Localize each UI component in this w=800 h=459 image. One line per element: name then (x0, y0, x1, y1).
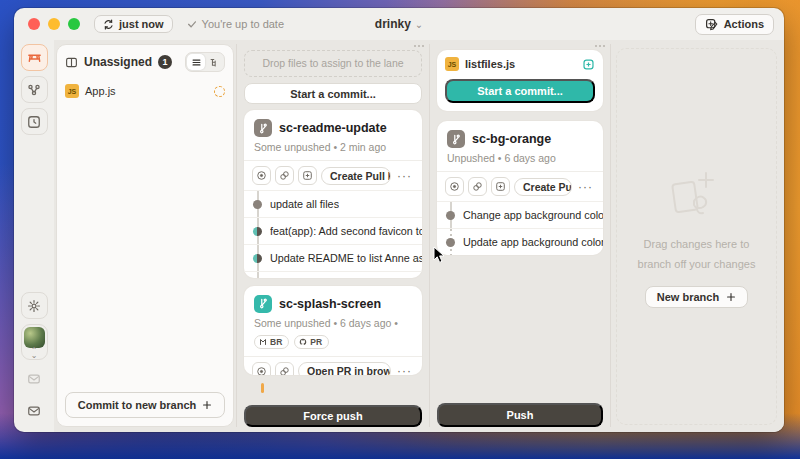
plus-square-icon (705, 18, 718, 31)
plus-icon (202, 400, 212, 410)
branch-header[interactable]: sc-bg-orange Unpushed • 6 days ago (437, 121, 603, 171)
list-view-toggle[interactable] (187, 54, 205, 70)
lane-drag-handle[interactable] (594, 44, 606, 49)
app-window: just now You're up to date drinky ⌄ Acti… (14, 8, 784, 432)
more-options-button[interactable]: ··· (395, 364, 414, 374)
branch-card-sc-splash-screen: sc-splash-screen Some unpushed • 6 days … (244, 286, 422, 375)
mail-dim-icon (27, 372, 41, 386)
profile-switcher[interactable]: ⌃⌄ (21, 324, 48, 360)
add-dependent-branch-button[interactable] (491, 177, 510, 196)
unassigned-count-badge: 1 (158, 55, 172, 69)
branch-card-sc-bg-orange: sc-bg-orange Unpushed • 6 days ago (437, 121, 603, 255)
file-row-listfiles[interactable]: JS listfiles.js (445, 57, 595, 71)
plus-icon (726, 292, 736, 302)
review-eye-button[interactable] (445, 177, 464, 196)
actions-button[interactable]: Actions (695, 14, 774, 35)
branch-toolbar: Open PR in browser ··· (244, 356, 422, 375)
check-icon (187, 19, 197, 29)
commit-dot-local (446, 211, 455, 220)
sidebar-item-history[interactable] (21, 108, 48, 135)
open-pr-button[interactable]: Open PR in browser (298, 362, 391, 374)
lane-drag-handle[interactable] (413, 44, 425, 49)
new-branch-button[interactable]: New branch (645, 286, 748, 308)
share-feedback-dim-button[interactable] (21, 365, 48, 392)
start-commit-button[interactable]: Start a commit... (244, 83, 422, 105)
review-eye-button[interactable] (252, 362, 271, 375)
commit-message: feat(app): Add second favicon to ... (270, 225, 422, 237)
unassigned-header: Unassigned 1 (65, 52, 225, 72)
new-branch-drop-area[interactable]: Drag changes here to branch off your cha… (616, 48, 777, 425)
js-file-icon: JS (65, 84, 79, 98)
remote-branch-badge[interactable]: BR (254, 335, 289, 349)
lane-icon (65, 56, 78, 69)
traffic-lights (28, 18, 80, 30)
force-push-label: Force push (303, 410, 362, 422)
lane-dropzone[interactable]: Drop files to assign to the lane (244, 50, 422, 77)
pr-badge[interactable]: PR (294, 335, 329, 349)
commit-row[interactable]: Change app background color t... (437, 201, 603, 228)
sync-label: just now (119, 18, 164, 30)
commit-to-new-branch-button[interactable]: Commit to new branch (65, 392, 225, 418)
commit-row[interactable]: update all files (244, 190, 422, 217)
branch-header[interactable]: sc-splash-screen Some unpushed • 6 days … (244, 286, 422, 356)
file-row-appjs[interactable]: JS App.js (65, 84, 225, 98)
commit-rail (244, 272, 270, 277)
more-options-button[interactable]: ··· (576, 180, 595, 194)
create-pr-button[interactable]: Create Pull Req... (514, 178, 572, 196)
history-clock-icon (27, 115, 41, 129)
add-dependent-branch-button[interactable] (298, 166, 317, 185)
feedback-button[interactable] (21, 397, 48, 424)
uptodate-label: You're up to date (202, 18, 284, 30)
start-commit-label: Start a commit... (477, 85, 563, 97)
start-commit-button-teal[interactable]: Start a commit... (445, 79, 595, 103)
sync-icon (103, 19, 114, 30)
zoom-window-button[interactable] (68, 18, 80, 30)
view-toggle-group (185, 52, 225, 72)
more-options-button[interactable]: ··· (395, 169, 414, 183)
sidebar-item-branches[interactable] (21, 76, 48, 103)
commit-row[interactable]: feat(app): Add second favicon to ... (244, 217, 422, 244)
lane-sc-bg-orange: JS listfiles.js Start a commit... (432, 44, 608, 427)
branch-name: sc-readme-update (279, 121, 387, 135)
settings-button[interactable] (21, 292, 48, 319)
force-push-button[interactable]: Force push (244, 405, 422, 427)
new-branch-label: New branch (657, 291, 719, 303)
commit-rail (244, 245, 270, 271)
compare-button[interactable] (275, 362, 294, 375)
review-eye-button[interactable] (252, 166, 271, 185)
sync-button[interactable]: just now (94, 15, 173, 33)
titlebar: just now You're up to date drinky ⌄ Acti… (14, 8, 784, 40)
branches-icon (27, 83, 41, 97)
unassigned-panel: Unassigned 1 JS App.js (56, 44, 234, 427)
commit-row[interactable]: Add authors section to README file (244, 271, 422, 277)
branch-badges: BR PR (254, 335, 412, 349)
close-window-button[interactable] (28, 18, 40, 30)
drag-files-illustration (660, 165, 734, 227)
commit-rail (437, 229, 463, 255)
commit-row[interactable]: Update app background color t... (437, 228, 603, 255)
sidebar-item-workspace[interactable] (21, 44, 48, 71)
chevron-up-down-icon: ⌃⌄ (31, 348, 38, 358)
gear-icon (27, 299, 41, 313)
compare-button[interactable] (275, 166, 294, 185)
tree-view-toggle[interactable] (205, 54, 223, 70)
branch-toolbar: Create Pull Req... ··· (437, 171, 603, 201)
project-switcher[interactable]: drinky ⌄ (375, 17, 423, 31)
workspace: Unassigned 1 JS App.js (54, 40, 784, 432)
drag-hint-line2: branch off your changes (638, 257, 756, 273)
mail-icon (27, 404, 41, 418)
branch-header[interactable]: sc-readme-update Some unpushed • 2 min a… (244, 110, 422, 160)
commit-row[interactable]: Update README to list Anne as pr... (244, 244, 422, 271)
uptodate-status: You're up to date (187, 18, 284, 30)
lane-spacer (437, 261, 603, 397)
avatar (24, 327, 45, 348)
create-pr-button[interactable]: Create Pull Request (321, 167, 391, 185)
compare-button[interactable] (468, 177, 487, 196)
create-pr-label: Create Pull Req... (523, 181, 572, 193)
commit-list: update all files feat(app): Add second f… (244, 190, 422, 277)
lane-divider (236, 44, 237, 427)
minimize-window-button[interactable] (48, 18, 60, 30)
push-button[interactable]: Push (437, 403, 603, 427)
add-file-square-icon[interactable] (582, 58, 595, 71)
branch-badge-icon (254, 295, 272, 313)
